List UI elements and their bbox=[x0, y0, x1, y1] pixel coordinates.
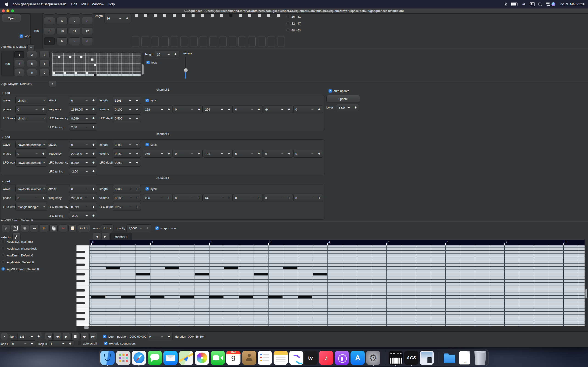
piano-black-key[interactable] bbox=[77, 264, 85, 266]
bank-button-7[interactable]: 7 bbox=[14, 69, 24, 76]
dock-appstore[interactable]: A bbox=[351, 351, 365, 365]
bank-button-1[interactable]: 1 bbox=[14, 51, 24, 58]
drum-pattern-pad[interactable] bbox=[180, 36, 188, 47]
machine-radio[interactable] bbox=[1, 240, 5, 243]
lfo-wave-combo[interactable]: sawtooth sawtooth▼ bbox=[15, 159, 47, 167]
bank-button-8[interactable]: 8 bbox=[27, 69, 37, 76]
dock-tv[interactable]: tv bbox=[303, 351, 318, 365]
offset-radio[interactable] bbox=[286, 28, 290, 32]
menu-help[interactable]: Help bbox=[108, 2, 115, 6]
drum-pattern-pad[interactable] bbox=[277, 36, 285, 47]
drum-pattern-pad[interactable] bbox=[132, 36, 139, 47]
dock-downloads-folder[interactable] bbox=[442, 351, 457, 365]
transport-loop-checkbox[interactable] bbox=[103, 335, 106, 338]
drum-pattern-pad[interactable] bbox=[161, 36, 169, 47]
matrix-active-cell[interactable] bbox=[64, 72, 66, 74]
note[interactable] bbox=[313, 273, 327, 275]
bank-button-10[interactable]: 10 bbox=[57, 27, 68, 35]
menu-window[interactable]: Window bbox=[92, 2, 104, 6]
cut-button[interactable]: ✂ bbox=[59, 224, 67, 232]
dock-system-settings[interactable]: ⚙ bbox=[366, 351, 380, 365]
position-cursor-tool-button[interactable] bbox=[2, 224, 10, 232]
auto-update-checkbox[interactable] bbox=[329, 89, 332, 93]
length-spinner[interactable]: 3208−+ bbox=[113, 97, 141, 104]
tab-next-button[interactable]: ▶ bbox=[101, 233, 109, 240]
menu-app-name[interactable]: com.gsequencer.GSequencer bbox=[13, 2, 61, 6]
bank-button-b[interactable]: b bbox=[57, 37, 68, 45]
horizontal-scrollbar-handle[interactable] bbox=[84, 326, 89, 329]
synth-extra-spinner[interactable]: 0−+ bbox=[263, 194, 293, 202]
edit-note-tool-button[interactable] bbox=[11, 224, 19, 232]
dock-podcasts[interactable] bbox=[335, 351, 349, 365]
note[interactable] bbox=[268, 296, 283, 298]
length-spinner[interactable]: 3208−+ bbox=[113, 141, 141, 149]
handoff-icon[interactable]: ∞ bbox=[521, 2, 527, 6]
lfo-tuning-spinner[interactable]: -2,00−+ bbox=[69, 168, 97, 175]
menu-edit[interactable]: Edit bbox=[71, 2, 77, 6]
drum-loop-checkbox[interactable] bbox=[19, 34, 23, 38]
siri-icon[interactable] bbox=[551, 2, 556, 6]
lfo-depth-spinner[interactable]: 0,250−+ bbox=[113, 159, 141, 167]
paste-button[interactable] bbox=[69, 224, 77, 232]
synth-extra-spinner[interactable]: 0−+ bbox=[263, 150, 293, 158]
lfo-depth-spinner[interactable]: 0,500−+ bbox=[113, 115, 141, 122]
synth-extra-spinner[interactable]: 0−+ bbox=[233, 194, 263, 202]
bank-button-6[interactable]: 6 bbox=[40, 60, 50, 67]
snap-to-zoom-checkbox[interactable] bbox=[155, 226, 159, 230]
lower-spinner[interactable]: -56,00−+ bbox=[336, 104, 359, 111]
note[interactable] bbox=[180, 296, 194, 298]
matrix-active-cell[interactable] bbox=[75, 72, 77, 74]
dock-facetime[interactable] bbox=[211, 351, 225, 365]
auto-scroll-checkbox[interactable] bbox=[78, 342, 81, 345]
frequency-spinner[interactable]: 1680,000−+ bbox=[69, 106, 97, 113]
bank-button-3[interactable]: 3 bbox=[40, 51, 50, 58]
pad-expander[interactable]: ▼pad bbox=[2, 135, 10, 139]
piano-roll-ruler[interactable]: 012345678 bbox=[90, 240, 585, 245]
bank-button-12[interactable]: 12 bbox=[82, 27, 93, 35]
drum-pattern-pad[interactable] bbox=[151, 36, 159, 47]
synth-extra-spinner[interactable]: 0−+ bbox=[173, 150, 203, 158]
lfo-wave-combo[interactable]: sin sin▼ bbox=[15, 115, 47, 122]
lfo-frequency-spinner[interactable]: 8,099−+ bbox=[69, 203, 97, 211]
pad-expander[interactable]: ▼pad bbox=[2, 180, 10, 183]
tab-prev-button[interactable]: ◀ bbox=[93, 233, 101, 240]
piano-black-key[interactable] bbox=[77, 302, 85, 304]
lfo-wave-combo[interactable]: triangle triangle▼ bbox=[15, 203, 47, 211]
piano-black-key[interactable] bbox=[77, 318, 85, 320]
dock-gsequencer[interactable] bbox=[389, 351, 403, 365]
synth-extra-spinner[interactable]: 0−+ bbox=[173, 194, 203, 202]
matrix-active-cell[interactable] bbox=[80, 56, 82, 58]
bank-button-9[interactable]: 9 bbox=[44, 27, 55, 35]
wave-combo[interactable]: sawtooth sawtooth▼ bbox=[15, 185, 47, 193]
zoom-combo[interactable]: 1:4▼ bbox=[101, 224, 113, 232]
fast-forward-button[interactable]: ▶▶ bbox=[80, 333, 88, 340]
bpm-spinner[interactable]: 138−+ bbox=[17, 333, 42, 340]
matrix-active-cell[interactable] bbox=[52, 72, 55, 74]
note[interactable] bbox=[224, 267, 238, 269]
copy-button[interactable] bbox=[49, 224, 58, 232]
drum-pattern-pad[interactable] bbox=[229, 36, 236, 47]
synth-extra-spinner[interactable]: 64−+ bbox=[203, 194, 233, 202]
note[interactable] bbox=[298, 296, 312, 298]
matrix-active-cell[interactable] bbox=[69, 56, 71, 58]
matrix-length-spinner[interactable]: 16−+ bbox=[155, 51, 179, 58]
drum-pattern-pad[interactable] bbox=[258, 36, 266, 47]
bank-button-9[interactable]: 9 bbox=[40, 69, 50, 76]
dock-calendar[interactable]: MAI9 bbox=[226, 351, 241, 365]
tool-menu-button[interactable]: tool▼ bbox=[78, 224, 90, 232]
go-to-end-button[interactable]: ▶▶ bbox=[89, 333, 97, 340]
dock-csv-file[interactable]: csv bbox=[458, 351, 472, 365]
note[interactable] bbox=[106, 267, 120, 269]
display-icon[interactable] bbox=[530, 2, 535, 6]
drum-open-button[interactable]: Open bbox=[2, 14, 21, 22]
phase-spinner[interactable]: 0−+ bbox=[15, 106, 47, 113]
offset-radio[interactable] bbox=[286, 22, 290, 25]
offset-radio[interactable] bbox=[286, 15, 290, 18]
length-spinner[interactable]: 3208−+ bbox=[113, 185, 141, 193]
bank-button-2[interactable]: 2 bbox=[27, 51, 37, 58]
dock-launchpad[interactable] bbox=[116, 351, 130, 365]
matrix-active-cell[interactable] bbox=[86, 72, 88, 74]
transport-menu-button[interactable]: ▼ bbox=[1, 333, 8, 340]
synth-extra-spinner[interactable]: 128−+ bbox=[203, 150, 233, 158]
piano-roll-grid[interactable] bbox=[90, 245, 585, 326]
